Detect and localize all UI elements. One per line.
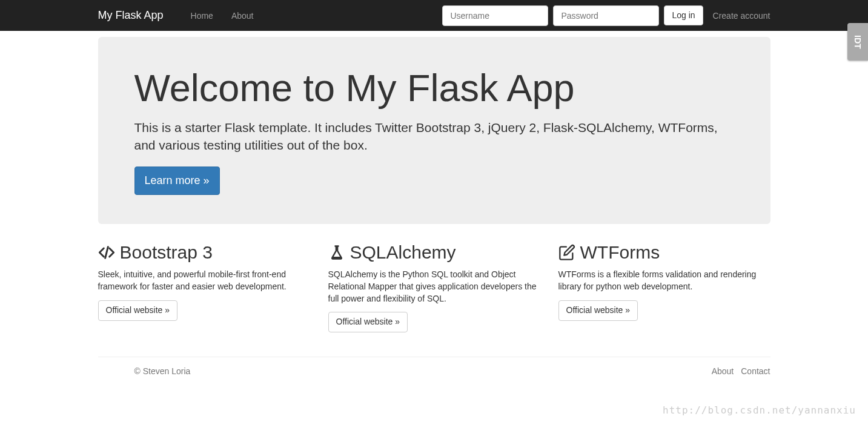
official-website-button[interactable]: Official website »: [558, 300, 638, 321]
jumbotron-subtitle: This is a starter Flask template. It inc…: [134, 119, 734, 154]
feature-title: SQLAlchemy: [328, 242, 540, 263]
feature-desc: SQLAlchemy is the Python SQL toolkit and…: [328, 269, 540, 305]
footer-link-contact[interactable]: Contact: [741, 366, 770, 376]
feature-bootstrap: Bootstrap 3 Sleek, intuitive, and powerf…: [89, 242, 319, 332]
code-icon: [98, 244, 115, 261]
navbar-brand[interactable]: My Flask App: [98, 0, 173, 31]
feature-title: WTForms: [558, 242, 770, 263]
footer: © Steven Loria About Contact: [98, 366, 770, 388]
feature-wtforms: WTForms WTForms is a flexible forms vali…: [549, 242, 780, 332]
nav-link-home[interactable]: Home: [182, 2, 222, 30]
official-website-button[interactable]: Official website »: [98, 300, 178, 321]
jumbotron: Welcome to My Flask App This is a starte…: [98, 37, 770, 224]
navbar: My Flask App Home About Log in Create ac…: [0, 0, 868, 31]
feature-sqlalchemy: SQLAlchemy SQLAlchemy is the Python SQL …: [319, 242, 549, 332]
edit-icon: [558, 244, 575, 261]
jumbotron-title: Welcome to My Flask App: [134, 66, 734, 110]
username-input[interactable]: [442, 5, 548, 26]
feature-desc: WTForms is a flexible forms validation a…: [558, 269, 770, 292]
flask-icon: [328, 244, 345, 261]
svg-line-0: [105, 247, 108, 259]
password-input[interactable]: [553, 5, 659, 26]
feature-title-text: Bootstrap 3: [120, 242, 213, 263]
feature-title-text: SQLAlchemy: [350, 242, 456, 263]
feature-title: Bootstrap 3: [98, 242, 310, 263]
feature-title-text: WTForms: [580, 242, 660, 263]
nav-link-about[interactable]: About: [222, 2, 263, 30]
footer-link-about[interactable]: About: [712, 366, 734, 376]
learn-more-button[interactable]: Learn more »: [134, 166, 220, 196]
login-form: Log in Create account: [442, 2, 770, 30]
feature-desc: Sleek, intuitive, and powerful mobile-fi…: [98, 269, 310, 292]
official-website-button[interactable]: Official website »: [328, 312, 408, 332]
login-button[interactable]: Log in: [664, 5, 703, 26]
footer-copyright: © Steven Loria: [134, 366, 191, 376]
create-account-link[interactable]: Create account: [708, 2, 770, 30]
footer-divider: [98, 357, 770, 357]
features-row: Bootstrap 3 Sleek, intuitive, and powerf…: [89, 242, 780, 332]
side-widget[interactable]: IDT: [847, 23, 868, 61]
